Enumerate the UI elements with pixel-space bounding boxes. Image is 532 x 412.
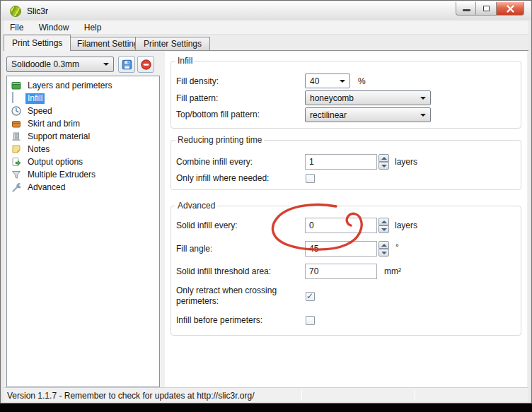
unit-fill-angle: °	[395, 242, 399, 252]
sticky-note-icon	[11, 143, 22, 155]
label-infill-before-perimeters: Infill before perimeters:	[176, 315, 262, 326]
triangle-up-icon	[381, 244, 387, 247]
group-infill-title: Infill	[175, 56, 195, 66]
menu-file[interactable]: File	[4, 20, 30, 35]
chevron-down-icon	[103, 63, 109, 66]
triangle-down-icon	[381, 165, 387, 167]
options-pane: Infill Fill density: 40 % Fill pattern: …	[165, 52, 527, 389]
chevron-down-icon	[420, 114, 426, 117]
window-controls	[456, 2, 524, 16]
label-combine-infill-every: Combine infill every:	[176, 157, 253, 167]
slic3r-window: Slic3r File Window Help Print Settings F…	[0, 0, 532, 404]
unit-solid-infill: layers	[395, 220, 417, 230]
label-only-retract-crossing: Only retract when crossing perimeters:	[176, 286, 298, 307]
tree-item-speed[interactable]: Speed	[7, 105, 159, 117]
spin-down-button[interactable]	[378, 225, 389, 233]
save-preset-button[interactable]	[118, 56, 135, 73]
triangle-down-icon	[381, 252, 387, 254]
only-retract-crossing-checkbox[interactable]	[306, 292, 315, 301]
label-top-bottom-fill-pattern: Top/bottom fill pattern:	[176, 110, 260, 120]
fill-angle-input[interactable]	[305, 241, 377, 257]
close-button[interactable]	[497, 2, 524, 16]
window-title: Slic3r	[27, 6, 48, 16]
infill-hatch-icon	[11, 93, 22, 104]
minimize-button[interactable]	[456, 2, 476, 16]
tab-bar: Print Settings Filament Settings Printer…	[4, 35, 528, 50]
spin-down-button[interactable]	[378, 249, 389, 257]
scaffold-icon	[11, 131, 22, 142]
solid-infill-every-input[interactable]	[305, 218, 377, 233]
title-bar[interactable]: Slic3r	[1, 1, 531, 20]
desktop: Slic3r File Window Help Print Settings F…	[0, 0, 532, 412]
delete-preset-button[interactable]	[137, 56, 154, 73]
unit-combine-infill: layers	[395, 157, 417, 167]
status-bar: Version 1.1.7 - Remember to check for up…	[4, 387, 528, 402]
clock-icon	[11, 105, 22, 117]
triangle-up-icon	[381, 220, 387, 223]
label-fill-angle: Fill angle:	[176, 244, 212, 254]
tree-item-output-options[interactable]: Output options	[7, 155, 159, 168]
status-divider	[301, 390, 302, 401]
minus-circle-icon	[140, 59, 152, 71]
unit-fill-density: %	[358, 76, 366, 86]
spin-up-button[interactable]	[378, 154, 389, 162]
fill-density-combo[interactable]: 40	[305, 73, 350, 88]
tree-item-multiple-extruders[interactable]: Multiple Extruders	[7, 168, 159, 181]
funnel-icon	[11, 169, 22, 180]
fill-angle-spinner	[378, 241, 389, 257]
spin-up-button[interactable]	[378, 218, 389, 225]
label-fill-pattern: Fill pattern:	[176, 93, 218, 104]
spin-up-button[interactable]	[378, 241, 389, 249]
print-settings-page: Solidoodle 0.3mm	[4, 50, 528, 388]
tree-item-layers-and-perimeters[interactable]: Layers and perimeters	[7, 79, 159, 92]
unit-threshold-area: mm²	[384, 266, 401, 276]
spin-down-button[interactable]	[378, 162, 389, 170]
combine-infill-every-spinner	[378, 154, 389, 170]
tab-printer-settings[interactable]: Printer Settings	[135, 37, 210, 50]
app-logo-icon	[10, 6, 21, 17]
label-solid-infill-every: Solid infill every:	[176, 220, 238, 231]
group-advanced-title: Advanced	[175, 201, 217, 211]
status-message: Version 1.1.7 - Remember to check for up…	[7, 391, 255, 401]
menu-help[interactable]: Help	[78, 20, 108, 35]
label-only-infill-where-needed: Only infill where needed:	[176, 173, 269, 184]
settings-tree: Layers and perimeters Infill Speed Skirt…	[6, 76, 160, 387]
fill-pattern-dropdown[interactable]: honeycomb	[305, 90, 431, 105]
tree-item-advanced[interactable]: Advanced	[7, 181, 159, 194]
minimize-icon	[463, 9, 470, 11]
triangle-up-icon	[381, 157, 387, 160]
solid-infill-every-spinner	[378, 218, 389, 233]
menu-window[interactable]: Window	[33, 20, 76, 35]
restore-icon	[483, 6, 490, 11]
triangle-down-icon	[381, 228, 387, 231]
chevron-down-icon	[340, 80, 345, 83]
label-fill-density: Fill density:	[176, 76, 219, 87]
basket-icon	[11, 118, 22, 129]
tree-item-notes[interactable]: Notes	[7, 143, 159, 155]
solid-infill-threshold-input[interactable]	[305, 264, 377, 279]
preset-select[interactable]: Solidoodle 0.3mm	[6, 57, 114, 72]
combine-infill-every-input[interactable]	[305, 154, 377, 170]
tree-item-infill[interactable]: Infill	[7, 92, 159, 105]
page-arrow-icon	[11, 156, 22, 167]
status-divider	[415, 390, 415, 401]
floppy-disk-icon	[121, 59, 133, 71]
infill-before-perimeters-checkbox[interactable]	[306, 316, 315, 325]
wrench-icon	[11, 182, 22, 193]
group-reducing-title: Reducing printing time	[175, 135, 264, 145]
chevron-down-icon	[420, 97, 426, 100]
tree-item-skirt-and-brim[interactable]: Skirt and brim	[7, 117, 159, 130]
layers-icon	[11, 80, 22, 91]
close-icon	[506, 4, 515, 13]
tab-print-settings[interactable]: Print Settings	[4, 35, 71, 51]
top-bottom-fill-pattern-dropdown[interactable]: rectilinear	[305, 107, 431, 122]
label-solid-infill-threshold: Solid infill threshold area:	[176, 266, 271, 277]
preset-value: Solidoodle 0.3mm	[11, 59, 79, 69]
menu-bar: File Window Help	[4, 20, 528, 35]
only-infill-where-needed-checkbox[interactable]	[306, 174, 315, 183]
tree-item-support-material[interactable]: Support material	[7, 130, 159, 143]
restore-button[interactable]	[476, 2, 497, 16]
